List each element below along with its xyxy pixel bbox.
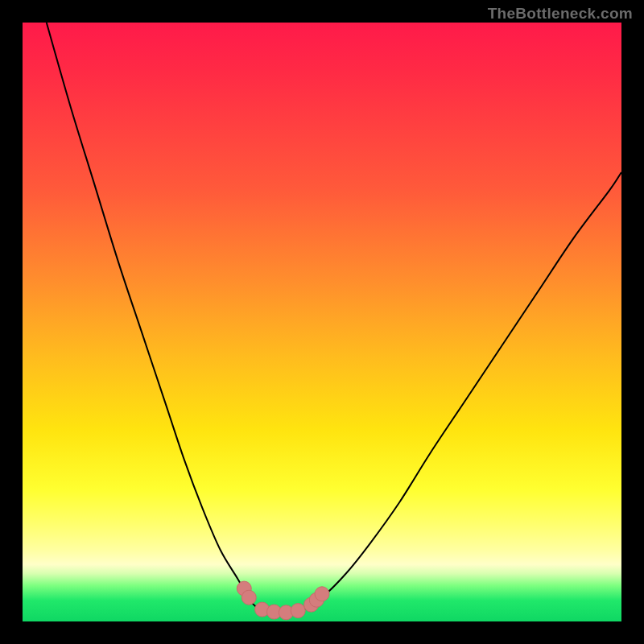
bottleneck-curve (47, 23, 621, 613)
watermark-text: TheBottleneck.com (488, 5, 633, 23)
curve-layer (23, 23, 621, 621)
marker-group (237, 581, 329, 620)
plot-area (23, 23, 621, 621)
trough-marker (291, 604, 305, 618)
trough-marker (242, 590, 256, 605)
chart-frame: TheBottleneck.com (0, 0, 644, 644)
trough-marker (315, 587, 329, 601)
